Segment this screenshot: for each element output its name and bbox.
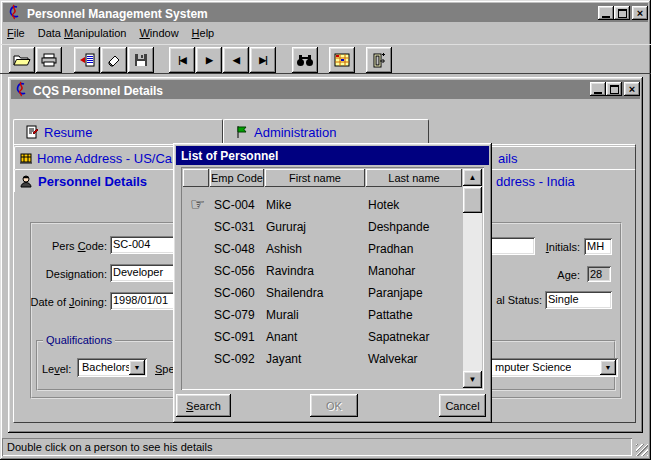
main-window-title: Personnel Management System xyxy=(27,7,208,21)
personnel-row[interactable]: SC-091AnantSapatnekar xyxy=(183,326,461,348)
add-record-button[interactable] xyxy=(74,47,100,73)
specialization-dropdown[interactable]: mputer Science ▼ xyxy=(489,358,618,377)
menu-window[interactable]: Window xyxy=(139,25,178,41)
save-icon xyxy=(133,52,149,68)
level-dropdown[interactable]: Bachelors ▼ xyxy=(77,358,147,377)
maximize-icon xyxy=(610,85,619,94)
chevron-down-icon[interactable]: ▼ xyxy=(600,360,616,375)
cell-emp-code: SC-091 xyxy=(212,330,266,344)
open-icon xyxy=(13,53,31,67)
child-close-button[interactable]: × xyxy=(624,82,640,96)
subtab-home-address-india-label: ddress - India xyxy=(496,174,575,189)
find-button[interactable] xyxy=(292,47,318,73)
personnel-row[interactable]: SC-048AshishPradhan xyxy=(183,238,461,260)
next-record-button[interactable]: ▶ xyxy=(196,47,222,73)
menu-help[interactable]: Help xyxy=(192,25,215,41)
add-record-icon xyxy=(79,52,95,68)
grid-button[interactable] xyxy=(329,47,355,73)
subtab-details-right-label: ails xyxy=(498,151,518,166)
subtab-home-address-us-label: Home Address - US/Ca xyxy=(37,151,172,166)
child-titlebar[interactable]: CQS Personnel Details × xyxy=(11,80,640,99)
menu-data-manipulation[interactable]: Data Manipulation xyxy=(38,25,127,41)
level-label: Level: xyxy=(42,363,71,375)
save-button[interactable] xyxy=(128,47,154,73)
resume-icon xyxy=(25,125,39,139)
level-value: Bachelors xyxy=(79,359,131,373)
close-button[interactable]: × xyxy=(632,6,648,20)
marital-status-field[interactable]: Single xyxy=(545,291,612,309)
app-icon xyxy=(6,4,22,20)
erase-icon xyxy=(106,52,122,68)
specialization-value: mputer Science xyxy=(492,359,571,373)
personnel-row[interactable]: SC-056RavindraManohar xyxy=(183,260,461,282)
cell-last-name: Hotek xyxy=(368,198,461,212)
scrollbar-thumb[interactable] xyxy=(463,187,482,213)
child-minimize-button[interactable] xyxy=(590,82,606,96)
cell-emp-code: SC-079 xyxy=(212,308,266,322)
minimize-icon xyxy=(602,16,610,18)
tab-administration[interactable]: Administration xyxy=(223,119,429,144)
search-button[interactable]: Search xyxy=(176,394,231,417)
minimize-button[interactable] xyxy=(598,6,614,20)
status-text: Double click on a person to see his deta… xyxy=(7,441,212,453)
subtab-personnel-details-label: Personnel Details xyxy=(38,174,147,189)
list-scrollbar[interactable]: ▲ ▼ xyxy=(463,169,482,388)
minimize-icon xyxy=(594,92,602,94)
specialization-label: Spe xyxy=(155,363,175,375)
exit-button[interactable] xyxy=(366,47,392,73)
tab-resume[interactable]: Resume xyxy=(13,119,223,144)
erase-button[interactable] xyxy=(101,47,127,73)
open-button[interactable] xyxy=(9,47,35,73)
personnel-row[interactable]: SC-092JayantWalvekar xyxy=(183,348,461,370)
print-button[interactable] xyxy=(36,47,62,73)
list-header: Emp Code First name Last name xyxy=(183,169,462,187)
scroll-down-button[interactable]: ▼ xyxy=(463,371,482,388)
age-field: 28 xyxy=(587,266,611,282)
app-icon xyxy=(13,81,29,97)
cell-emp-code: SC-060 xyxy=(212,286,266,300)
scroll-up-button[interactable]: ▲ xyxy=(463,169,482,186)
maximize-button[interactable] xyxy=(614,6,630,20)
chevron-down-icon[interactable]: ▼ xyxy=(129,360,145,375)
main-titlebar[interactable]: Personnel Management System × xyxy=(3,3,648,22)
header-first-name[interactable]: First name xyxy=(265,169,365,187)
last-record-button[interactable]: ▶| xyxy=(250,47,276,73)
up-arrow-icon: ▲ xyxy=(469,173,477,182)
first-record-button[interactable]: |◀ xyxy=(169,47,195,73)
cell-first-name: Ashish xyxy=(266,242,368,256)
cell-first-name: Anant xyxy=(266,330,368,344)
previous-record-button[interactable]: ◀ xyxy=(223,47,249,73)
mdi-divider xyxy=(0,73,651,74)
child-maximize-button[interactable] xyxy=(606,82,622,96)
cell-last-name: Manohar xyxy=(368,264,461,278)
cell-first-name: Shailendra xyxy=(266,286,368,300)
tab-resume-label: Resume xyxy=(44,125,92,140)
cell-first-name: Murali xyxy=(266,308,368,322)
personnel-row[interactable]: SC-079MuraliPattathe xyxy=(183,304,461,326)
cell-emp-code: SC-004 xyxy=(212,198,266,212)
toolbar: |◀ ▶ ◀ ▶| xyxy=(0,44,651,73)
cell-first-name: Jayant xyxy=(266,352,368,366)
exit-icon xyxy=(371,52,387,68)
header-blank[interactable] xyxy=(183,169,209,187)
personnel-row[interactable]: ☞SC-004MikeHotek xyxy=(183,194,461,216)
cell-last-name: Sapatnekar xyxy=(368,330,461,344)
child-window-title: CQS Personnel Details xyxy=(33,84,163,98)
header-emp-code[interactable]: Emp Code xyxy=(210,169,264,187)
initials-label: Initials: xyxy=(500,241,580,253)
dialog-title: List of Personnel xyxy=(181,149,278,163)
personnel-row[interactable]: SC-060ShailendraParanjape xyxy=(183,282,461,304)
personnel-details-icon xyxy=(19,174,33,188)
cell-first-name: Mike xyxy=(266,198,368,212)
menu-file[interactable]: File xyxy=(7,25,25,41)
initials-field[interactable]: MH xyxy=(584,238,612,255)
header-last-name[interactable]: Last name xyxy=(366,169,462,187)
subtab-home-address-india[interactable]: ddress - India xyxy=(490,169,636,192)
cancel-button[interactable]: Cancel xyxy=(439,394,486,417)
resize-grip[interactable] xyxy=(636,444,648,456)
cell-last-name: Pattathe xyxy=(368,308,461,322)
personnel-row[interactable]: SC-031GururajDeshpande xyxy=(183,216,461,238)
dialog-titlebar[interactable]: List of Personnel xyxy=(176,146,489,165)
cell-emp-code: SC-056 xyxy=(212,264,266,278)
find-icon xyxy=(296,54,314,67)
